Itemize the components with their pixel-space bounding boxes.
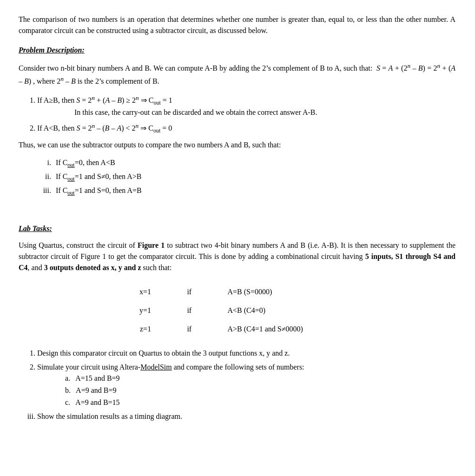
task2-sub-b: b. A=9 and B=9 [65,385,455,396]
case1-label: If A≥B, then S = 2n + (A – B) ≥ 2n ⇒ Cou… [37,96,172,104]
comparison-table: x=1 if A=B (S=0000) y=1 if A<B (C4=0) z=… [106,283,368,338]
task2-sub-a: a. A=15 and B=9 [65,373,455,384]
task2-item: Simulate your circuit using Altera-Model… [37,362,455,408]
roman-numeral-1: i. [37,157,51,169]
table-cell-z-cond: A>B (C4=1 and S≠0000) [213,320,368,338]
problem-section-title: Problem Description: [19,45,455,56]
table-cell-y-var: y=1 [106,301,165,320]
case2-item: If A<B, then S = 2n – (B – A) < 2n ⇒ Cou… [37,121,455,135]
task2-sub-c: c. A=9 and B=15 [65,397,455,408]
roman-item-2: ii. If Cout=1 and S≠0, then A>B [37,171,455,183]
task2-text: Simulate your circuit using Altera-Model… [37,363,304,371]
roman-item-1: i. If Cout=0, then A<B [37,157,455,169]
problem-formula-note: , where 2n – B is the 2’s complement of … [31,77,159,85]
table-cell-z-if: if [165,320,213,338]
table-cell-x-var: x=1 [106,283,165,301]
table-row-z: z=1 if A>B (C4=1 and S≠0000) [106,320,368,338]
lab-section-title: Lab Tasks: [19,223,455,234]
table-cell-x-cond: A=B (S=0000) [213,283,368,301]
intro-paragraph: The comparison of two numbers is an oper… [19,14,455,36]
problem-para1: Consider two n-bit binary numbers A and … [19,61,455,87]
thus-paragraph: Thus, we can use the subtractor outputs … [19,139,455,151]
roman-item-3: iii. If Cout=1 and S=0, then A=B [37,185,455,197]
roman-conditions-list: i. If Cout=0, then A<B ii. If Cout=1 and… [37,157,455,198]
case2-label: If A<B, then S = 2n – (B – A) < 2n ⇒ Cou… [37,124,172,132]
task3-item: Show the simulation results as a timing … [37,411,455,422]
cases-list: If A≥B, then S = 2n + (A – B) ≥ 2n ⇒ Cou… [37,93,455,135]
table-row-x: x=1 if A=B (S=0000) [106,283,368,301]
roman-numeral-2: ii. [37,171,51,183]
task-list: Design this comparator circuit on Quartu… [37,348,455,422]
case1-item: If A≥B, then S = 2n + (A – B) ≥ 2n ⇒ Cou… [37,93,455,119]
task3-text: Show the simulation results as a timing … [37,412,182,420]
main-content: The comparison of two numbers is an oper… [19,14,455,422]
task1-item: Design this comparator circuit on Quartu… [37,348,455,359]
roman-text-1: If Cout=0, then A<B [56,157,115,169]
task2-sublist: a. A=15 and B=9 b. A=9 and B=9 c. A=9 an… [65,373,455,408]
table-row-y: y=1 if A<B (C4=0) [106,301,368,320]
lab-para1: Using Quartus, construct the circuit of … [19,240,455,273]
roman-numeral-3: iii. [37,185,51,197]
case1-note: In this case, the carry-out can be disca… [74,107,455,118]
table-cell-y-if: if [165,301,213,320]
table-cell-x-if: if [165,283,213,301]
roman-text-2: If Cout=1 and S≠0, then A>B [56,171,141,183]
roman-text-3: If Cout=1 and S=0, then A=B [56,185,142,197]
table-cell-y-cond: A<B (C4=0) [213,301,368,320]
table-cell-z-var: z=1 [106,320,165,338]
